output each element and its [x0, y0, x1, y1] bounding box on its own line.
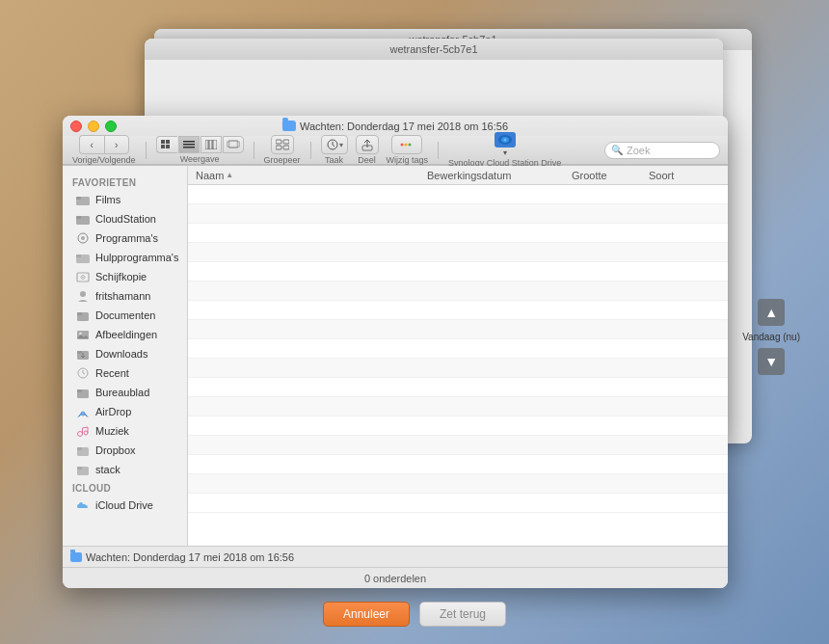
col-header-kind[interactable]: Soort [649, 170, 720, 181]
table-row[interactable] [188, 243, 728, 262]
time-down-button[interactable]: ▼ [758, 348, 785, 375]
table-row[interactable] [188, 185, 728, 204]
sidebar-stack-label: stack [95, 464, 120, 475]
svg-rect-9 [213, 140, 217, 149]
status-bar: 0 onderdelen [63, 567, 728, 588]
path-bar: Wachten: Donderdag 17 mei 2018 om 16:56 [63, 546, 728, 567]
sidebar-airdrop-label: AirDrop [95, 406, 131, 417]
sidebar-item-documenten[interactable]: Documenten [67, 306, 183, 325]
search-box[interactable]: 🔍 Zoek [604, 142, 720, 159]
col-header-date[interactable]: Bewerkingsdatum [427, 170, 572, 181]
table-row[interactable] [188, 378, 728, 397]
sidebar-documenten-label: Documenten [95, 309, 155, 321]
downloads-icon [76, 347, 90, 361]
svg-rect-2 [161, 145, 165, 148]
maximize-button[interactable] [105, 121, 117, 132]
sidebar-programmas-label: Programma's [95, 232, 158, 244]
sidebar-item-icloud-drive[interactable]: iCloud Drive [67, 496, 183, 515]
annuleer-button[interactable]: Annuleer [323, 602, 410, 627]
view-cover-btn[interactable] [223, 136, 244, 153]
file-list: Naam ▲ Bewerkingsdatum Grootte Soort [188, 166, 728, 546]
table-row[interactable] [188, 397, 728, 416]
bureaublad-icon [76, 386, 90, 399]
svg-rect-60 [77, 467, 82, 470]
svg-rect-16 [283, 146, 289, 149]
sidebar-item-airdrop[interactable]: AirDrop [67, 402, 183, 421]
search-placeholder: Zoek [627, 145, 650, 156]
sidebar-downloads-label: Downloads [95, 348, 147, 360]
sidebar-item-cloudstation[interactable]: CloudStation [67, 209, 183, 228]
svg-rect-15 [276, 146, 281, 149]
sidebar-films-label: Films [95, 194, 120, 205]
svg-line-55 [83, 427, 89, 428]
table-row[interactable] [188, 474, 728, 494]
deel-button[interactable] [356, 135, 379, 154]
fritshamann-icon [76, 289, 90, 303]
table-row[interactable] [188, 416, 728, 436]
nav-next-button[interactable]: › [104, 135, 129, 154]
table-row[interactable] [188, 320, 728, 339]
time-label: Vandaag (nu) [742, 332, 800, 342]
sidebar-item-hulpprogrammas[interactable]: Hulpprogramma's [67, 248, 183, 267]
taak-label: Taak [325, 155, 343, 165]
sidebar-item-dropbox[interactable]: Dropbox [67, 441, 183, 460]
col-header-size[interactable]: Grootte [572, 170, 649, 181]
svg-rect-10 [228, 141, 238, 148]
schijfkopie-icon [76, 270, 90, 283]
table-row[interactable] [188, 224, 728, 243]
sidebar: Favorieten Films CloudStation [63, 166, 188, 546]
taak-btn-group: ▾ Taak [321, 135, 348, 165]
synology-arrow: ▾ [503, 148, 507, 157]
svg-rect-14 [283, 140, 289, 144]
sidebar-item-programmas[interactable]: Programma's [67, 228, 183, 248]
sidebar-item-stack[interactable]: stack [67, 460, 183, 479]
toolbar-sep-1 [146, 142, 147, 159]
view-col-btn[interactable] [201, 136, 222, 153]
toolbar: ‹ › Vorige/Volgende [63, 136, 728, 165]
bg-window-titlebar-2: wetransfer-5cb7e1 [145, 39, 723, 60]
view-icon-btn[interactable] [156, 136, 177, 153]
table-row[interactable] [188, 204, 728, 224]
nav-prev-button[interactable]: ‹ [79, 135, 104, 154]
table-row[interactable] [188, 282, 728, 301]
sidebar-item-recent[interactable]: Recent [67, 363, 183, 383]
table-row[interactable] [188, 262, 728, 282]
svg-point-37 [82, 277, 84, 279]
minimize-button[interactable] [88, 121, 99, 132]
tags-button[interactable] [391, 135, 422, 154]
table-row[interactable] [188, 359, 728, 378]
sidebar-item-afbeeldingen[interactable]: Afbeeldingen [67, 325, 183, 344]
svg-rect-3 [166, 145, 170, 148]
sidebar-item-films[interactable]: Films [67, 190, 183, 209]
sidebar-item-schijfkopie[interactable]: Schijfkopie [67, 267, 183, 286]
close-button[interactable] [70, 121, 82, 132]
table-row[interactable] [188, 339, 728, 359]
svg-rect-8 [209, 140, 212, 149]
deel-label: Deel [358, 155, 376, 165]
tags-btn-group: Wijzig tags [387, 135, 429, 165]
col-naam-label: Naam [196, 170, 224, 181]
title-folder-icon [282, 121, 296, 131]
sidebar-fritshamann-label: fritshamann [95, 290, 150, 302]
zet-terug-button[interactable]: Zet terug [419, 602, 506, 627]
search-area: 🔍 Zoek [604, 142, 720, 159]
table-row[interactable] [188, 436, 728, 455]
table-row[interactable] [188, 494, 728, 513]
sidebar-item-downloads[interactable]: Downloads [67, 344, 183, 363]
groupeer-button[interactable] [271, 135, 294, 154]
bg-window-title-2: wetransfer-5cb7e1 [389, 43, 477, 55]
svg-rect-13 [276, 140, 281, 144]
taak-button[interactable]: ▾ [321, 135, 348, 154]
sidebar-item-bureaublad[interactable]: Bureaublad [67, 383, 183, 402]
nav-label: Vorige/Volgende [72, 155, 136, 165]
cloudstation-icon [76, 212, 90, 226]
view-list-btn[interactable] [178, 136, 200, 153]
sidebar-item-muziek[interactable]: Muziek [67, 421, 183, 441]
sidebar-item-fritshamann[interactable]: fritshamann [67, 286, 183, 306]
col-header-naam[interactable]: Naam ▲ [196, 170, 427, 181]
time-up-button[interactable]: ▲ [758, 299, 785, 326]
afbeeldingen-icon [76, 328, 90, 341]
table-row[interactable] [188, 301, 728, 320]
synology-button[interactable]: ▾ [495, 132, 516, 157]
table-row[interactable] [188, 455, 728, 474]
